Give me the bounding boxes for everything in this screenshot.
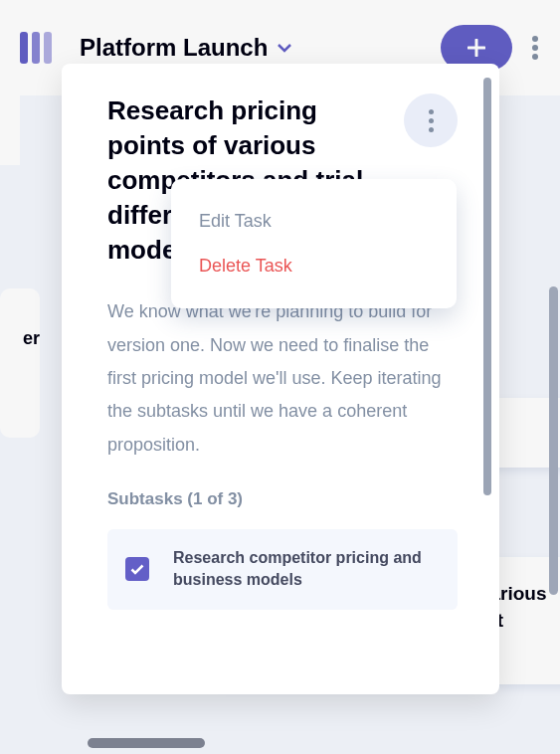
modal-scrollbar[interactable] bbox=[483, 78, 491, 495]
subtask-checkbox[interactable] bbox=[125, 557, 149, 581]
subtask-text: Research competitor pricing and business… bbox=[173, 547, 440, 592]
delete-task-option[interactable]: Delete Task bbox=[171, 244, 457, 288]
subtask-item[interactable]: Research competitor pricing and business… bbox=[107, 529, 458, 610]
check-icon bbox=[130, 564, 144, 575]
horizontal-scrollbar[interactable] bbox=[88, 738, 205, 748]
subtasks-heading: Subtasks (1 of 3) bbox=[107, 489, 458, 509]
task-context-menu: Edit Task Delete Task bbox=[171, 179, 457, 308]
task-description: We know what we're planning to build for… bbox=[107, 295, 458, 461]
edit-task-option[interactable]: Edit Task bbox=[171, 199, 457, 244]
vertical-scrollbar[interactable] bbox=[549, 286, 558, 595]
task-menu-button[interactable] bbox=[404, 94, 458, 147]
task-detail-modal: Research pricing points of various compe… bbox=[62, 64, 499, 694]
